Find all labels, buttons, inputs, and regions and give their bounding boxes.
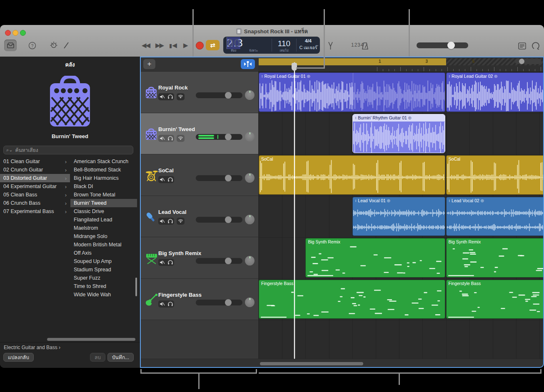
help-button[interactable]: ? bbox=[27, 41, 37, 50]
region-lead-vocal-01[interactable]: ↕Lead Vocal 01◎ bbox=[352, 197, 445, 236]
preset-item[interactable]: Wide Wide Wah bbox=[70, 290, 137, 299]
play-button[interactable]: ▶ bbox=[183, 42, 188, 49]
revert-button[interactable]: แปลงกลับ bbox=[3, 353, 34, 362]
monitor-button[interactable] bbox=[177, 218, 185, 225]
solo-button[interactable] bbox=[166, 300, 174, 308]
track-header-big-synth-remix[interactable]: Big Synth Remix bbox=[140, 237, 258, 279]
pan-knob[interactable] bbox=[245, 256, 255, 265]
solo-button[interactable] bbox=[166, 218, 174, 225]
preset-item[interactable]: American Stack Crunch bbox=[70, 157, 137, 166]
preset-item[interactable]: Classic Drive bbox=[70, 207, 137, 216]
notepad-button[interactable] bbox=[517, 41, 527, 50]
save-button[interactable]: บันทึก... bbox=[107, 353, 134, 362]
region-socal[interactable]: SoCal bbox=[259, 155, 445, 195]
preset-item[interactable]: Bell-Bottomed Stack bbox=[70, 166, 137, 174]
preset-item[interactable]: Flangilated Lead bbox=[70, 216, 137, 224]
track-header-lead-vocal[interactable]: Lead Vocal bbox=[140, 196, 258, 238]
track-header-fingerstyle-bass[interactable]: Fingerstyle Bass bbox=[140, 279, 258, 320]
track-header-socal[interactable]: SoCal bbox=[140, 154, 258, 196]
region-lead-vocal-02[interactable]: ↕Lead Vocal 02◎ bbox=[446, 197, 544, 236]
mute-button[interactable] bbox=[158, 259, 166, 266]
pan-knob[interactable] bbox=[245, 173, 255, 183]
go-to-beginning-button[interactable]: ▮◀ bbox=[169, 42, 177, 49]
editor-pencil-button[interactable] bbox=[62, 41, 70, 50]
timeline-ruler[interactable]: 1357911 bbox=[258, 57, 544, 72]
lcd-display[interactable]: 002.3 ห้อง จังหวะ 110 เทมโป 4/4 C เมเจอร… bbox=[223, 37, 320, 54]
category-item[interactable]: 06 Crunch Bass› bbox=[0, 199, 70, 207]
preset-item[interactable]: Modern British Metal bbox=[70, 241, 137, 249]
preset-item[interactable]: Time to Shred bbox=[70, 282, 137, 290]
region-big-synth-remix[interactable]: Big Synth Remix bbox=[305, 238, 445, 278]
chevron-down-icon[interactable]: ⌄ bbox=[314, 42, 320, 47]
track-header-royal-rock[interactable]: Royal Rock bbox=[140, 72, 258, 113]
rewind-button[interactable]: ◀◀ bbox=[142, 42, 150, 49]
cycle-region-band[interactable] bbox=[259, 58, 446, 65]
track-volume-slider[interactable] bbox=[196, 92, 242, 98]
region-royal-lead-guitar-01[interactable]: ↕Royal Lead Guitar 01◎ bbox=[259, 72, 445, 112]
preset-item[interactable]: Burnin' Tweed bbox=[70, 199, 137, 207]
pan-knob[interactable] bbox=[245, 215, 255, 224]
preset-item[interactable]: Midrange Solo bbox=[70, 232, 137, 241]
preset-item[interactable]: Off Axis bbox=[70, 249, 137, 257]
preset-item[interactable]: Black DI bbox=[70, 182, 137, 191]
track-header-burnin-tweed[interactable]: Burnin' Tweed bbox=[140, 113, 258, 155]
horizontal-zoom-slider[interactable] bbox=[515, 59, 542, 64]
preset-item[interactable]: Maelstrom bbox=[70, 224, 137, 232]
region-fingerstyle-bass[interactable]: Fingerstyle Bass bbox=[259, 280, 445, 319]
preset-list-scrollbar[interactable] bbox=[135, 278, 137, 296]
cycle-button[interactable]: ⇄ bbox=[206, 40, 220, 50]
region-burnin-rhythm-guitar-01[interactable]: ↕Burnin' Rhythm Guitar 01◎ bbox=[352, 114, 445, 154]
master-volume-slider[interactable] bbox=[417, 42, 468, 48]
mute-button[interactable] bbox=[158, 300, 166, 308]
preset-item[interactable]: Big Hair Harmonics bbox=[70, 174, 137, 182]
solo-button[interactable] bbox=[166, 93, 174, 100]
mute-button[interactable] bbox=[158, 218, 166, 225]
add-track-button[interactable]: + bbox=[143, 59, 155, 69]
zoom-slider-knob[interactable] bbox=[519, 59, 524, 64]
track-volume-slider[interactable] bbox=[196, 175, 242, 181]
pan-knob[interactable] bbox=[245, 298, 255, 307]
library-breadcrumb[interactable]: Electric Guitar and Bass › bbox=[4, 345, 60, 350]
track-volume-slider[interactable] bbox=[196, 258, 242, 264]
pan-knob[interactable] bbox=[245, 132, 255, 141]
volume-knob[interactable] bbox=[225, 134, 232, 140]
preset-item[interactable]: Stadium Spread bbox=[70, 265, 137, 274]
monitor-button[interactable] bbox=[177, 135, 185, 142]
catch-playhead-button[interactable] bbox=[241, 59, 255, 69]
metronome-button[interactable] bbox=[360, 41, 369, 50]
master-volume-knob[interactable] bbox=[447, 42, 455, 49]
track-volume-slider[interactable] bbox=[196, 217, 242, 223]
solo-button[interactable] bbox=[166, 135, 174, 142]
category-item[interactable]: 02 Crunch Guitar› bbox=[0, 166, 70, 174]
volume-knob[interactable] bbox=[225, 258, 232, 264]
volume-knob[interactable] bbox=[225, 175, 232, 181]
mute-button[interactable] bbox=[158, 176, 166, 183]
preset-item[interactable]: Brown Tone Metal bbox=[70, 191, 137, 199]
preset-item[interactable]: Super Fuzz bbox=[70, 274, 137, 282]
delete-button[interactable]: ลบ bbox=[90, 353, 105, 362]
region-fingerstyle-bass[interactable]: Fingerstyle Bass bbox=[446, 280, 544, 319]
volume-knob[interactable] bbox=[225, 299, 232, 306]
track-volume-slider[interactable] bbox=[196, 134, 242, 140]
volume-knob[interactable] bbox=[225, 92, 232, 99]
forward-button[interactable]: ▶▶ bbox=[155, 42, 163, 49]
loop-browser-button[interactable] bbox=[531, 41, 540, 50]
category-item[interactable]: 03 Distorted Guitar› bbox=[0, 174, 70, 182]
monitor-button[interactable] bbox=[177, 93, 185, 100]
volume-knob[interactable] bbox=[225, 216, 232, 223]
solo-button[interactable] bbox=[166, 176, 174, 183]
record-button[interactable] bbox=[196, 42, 204, 50]
mute-button[interactable] bbox=[158, 93, 166, 100]
smart-controls-button[interactable] bbox=[49, 41, 58, 50]
timeline-horizontal-scrollbar[interactable] bbox=[260, 362, 363, 365]
pan-knob[interactable] bbox=[245, 90, 255, 100]
track-volume-slider[interactable] bbox=[196, 300, 242, 305]
category-item[interactable]: 01 Clean Guitar› bbox=[0, 157, 70, 166]
mute-button[interactable] bbox=[158, 135, 166, 142]
preset-item[interactable]: Souped Up Amp bbox=[70, 257, 137, 265]
search-input[interactable] bbox=[14, 147, 130, 154]
playhead-handle[interactable] bbox=[292, 63, 297, 71]
region-socal[interactable]: SoCal bbox=[446, 155, 544, 195]
library-horizontal-scrollbar[interactable] bbox=[47, 338, 135, 341]
sound-search-field[interactable]: ⌕⌄ bbox=[3, 146, 133, 154]
